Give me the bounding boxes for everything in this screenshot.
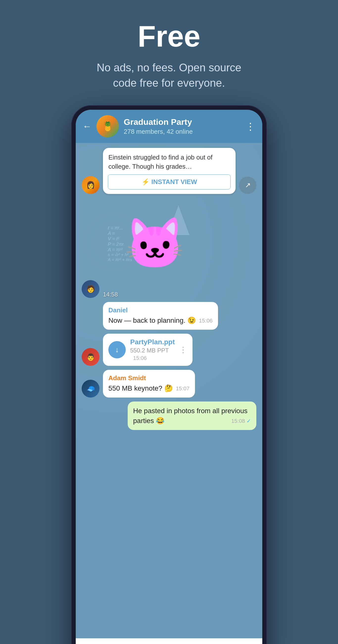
own-message-row: He pasted in photos from all previous pa…: [82, 402, 256, 430]
hero-subtitle: No ads, no fees. Open sourcecode free fo…: [10, 60, 328, 90]
adam-bubble: Adam Smidt 550 MB keynote? 🤔 15:07: [103, 370, 195, 398]
file-bubble: ↓ PartyPlan.ppt 550.2 MB PPT 15:06 ⋮: [103, 334, 193, 366]
daniel-message-row: Daniel Now — back to planning. 😉 15:06: [82, 302, 256, 330]
file-message-row: 👨 ↓ PartyPlan.ppt 550.2 MB PPT 15:06 ⋮: [82, 334, 256, 366]
share-button[interactable]: ↗: [239, 176, 256, 194]
group-meta: 278 members, 42 online: [124, 128, 241, 136]
group-avatar: 🍍: [96, 115, 119, 138]
own-msg-text: He pasted in photos from all previous pa…: [133, 406, 251, 425]
file-time: 15:06: [133, 355, 175, 362]
file-more-button[interactable]: ⋮: [179, 345, 187, 354]
article-message-row: 👩 Einstein struggled to find a job out o…: [82, 148, 256, 194]
avatar-hat: 🧢: [82, 380, 99, 398]
article-message: Einstein struggled to find a job out of …: [103, 148, 236, 194]
group-info: Graduation Party 278 members, 42 online: [124, 117, 241, 136]
avatar-girl: 👩: [82, 176, 99, 194]
file-size: 550.2 MB PPT: [130, 347, 175, 354]
sticker-message-row: 🧑 t = πr... A = V = l² P = 2πr A = πr² s…: [82, 198, 256, 298]
sticker-time: 14:58: [103, 291, 195, 298]
adam-msg-time: 15:07: [176, 385, 190, 392]
daniel-msg-time: 15:06: [199, 317, 213, 325]
daniel-bubble: Daniel Now — back to planning. 😉 15:06: [103, 302, 218, 330]
instant-view-button[interactable]: ⚡ INSTANT VIEW: [108, 174, 231, 190]
lightning-icon: ⚡: [142, 178, 149, 186]
hero-title: Free: [10, 20, 328, 52]
phone-wrapper: ← 🍍 Graduation Party 278 members, 42 onl…: [71, 105, 267, 644]
group-name: Graduation Party: [124, 117, 241, 127]
daniel-sender-name: Daniel: [108, 306, 213, 314]
article-text: Einstein struggled to find a job out of …: [103, 148, 236, 174]
avatar-man: 👨: [82, 348, 99, 366]
more-button[interactable]: ⋮: [246, 121, 255, 132]
file-name: PartyPlan.ppt: [130, 338, 175, 346]
back-button[interactable]: ←: [83, 121, 91, 132]
adam-sender-name: Adam Smidt: [108, 374, 190, 382]
file-info: PartyPlan.ppt 550.2 MB PPT 15:06: [130, 338, 175, 362]
avatar-boy: 🧑: [82, 280, 99, 298]
chat-body: 👩 Einstein struggled to find a job out o…: [76, 143, 262, 638]
cat-sticker-emoji: 🐱: [124, 214, 186, 273]
own-bubble: He pasted in photos from all previous pa…: [128, 402, 256, 430]
cat-sticker: t = πr... A = V = l² P = 2πr A = πr² s =…: [103, 198, 195, 290]
hero-section: Free No ads, no fees. Open sourcecode fr…: [0, 0, 338, 105]
own-msg-time: 15:08 ✓: [231, 417, 251, 425]
adam-msg-text: 550 MB keynote? 🤔 15:07: [108, 384, 190, 393]
article-preview: Einstein struggled to find a job out of …: [103, 148, 236, 194]
sticker-container: t = πr... A = V = l² P = 2πr A = πr² s =…: [103, 198, 195, 298]
instant-view-label: INSTANT VIEW: [151, 178, 197, 186]
input-bar: ☺ 📎 📷: [76, 638, 262, 644]
phone-shell: ← 🍍 Graduation Party 278 members, 42 onl…: [71, 105, 267, 644]
download-icon[interactable]: ↓: [108, 341, 126, 358]
chat-header: ← 🍍 Graduation Party 278 members, 42 onl…: [76, 110, 262, 143]
daniel-msg-text: Now — back to planning. 😉 15:06: [108, 316, 213, 325]
phone-screen: ← 🍍 Graduation Party 278 members, 42 onl…: [76, 110, 262, 644]
adam-message-row: 🧢 Adam Smidt 550 MB keynote? 🤔 15:07: [82, 370, 256, 398]
